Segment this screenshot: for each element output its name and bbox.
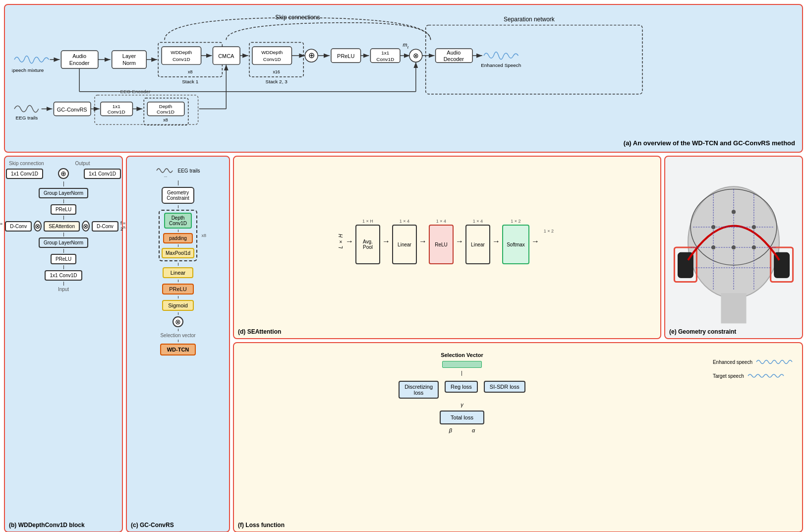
svg-text:Decoder: Decoder	[444, 56, 464, 62]
d-1xH: 1 × H	[362, 219, 373, 224]
skip-connection-label: Skip connection	[9, 161, 44, 166]
conv1x1-top-right: 1x1 Conv1D	[84, 169, 121, 179]
svg-text:CMCA: CMCA	[218, 53, 234, 59]
relu-d: ReLU	[429, 225, 454, 264]
panel-c: ... EEG trails GeometryConstraint DepthC…	[126, 156, 230, 532]
dconv-right: D-Conv	[92, 221, 118, 232]
gamma-label: γ	[461, 402, 463, 408]
selection-vector-f: Selection Vector	[441, 352, 483, 358]
svg-text:WDDepth: WDDepth	[261, 50, 283, 55]
panel-d-title: (d) SEAttention	[238, 328, 281, 335]
plus-circle-top: ⊕	[58, 168, 69, 179]
si-sdr-loss: SI-SDR loss	[484, 381, 525, 393]
prelu-c: PReLU	[162, 284, 193, 295]
d-1x2-1: 1 × 2	[511, 219, 520, 224]
svg-text:1x1: 1x1	[113, 104, 120, 109]
svg-text:Skip connections: Skip connections	[275, 14, 320, 21]
panel-a: Skip connections Separation network Spee…	[4, 4, 803, 153]
target-speech-f: Target speech	[713, 373, 744, 379]
wdtcn-c: WD-TCN	[160, 344, 196, 355]
d-1x4-3: 1 × 4	[473, 219, 483, 224]
maxpool1d-c: MaxPool1d	[162, 248, 194, 258]
panel-a-title: (a) An overview of the WD-TCN and GC-Con…	[624, 139, 795, 147]
panel-f: Selection Vector Discretizingloss	[233, 342, 803, 532]
alpha-label: α	[472, 427, 475, 433]
multiply-right: ⊗	[82, 221, 90, 232]
svg-text:1x1: 1x1	[381, 50, 389, 56]
svg-text:WDDepth: WDDepth	[171, 50, 192, 55]
eeg-trails-c: EEG trails	[177, 168, 200, 174]
panel-e-title: (e) Geometry constraint	[669, 328, 736, 335]
linear-c: Linear	[163, 267, 194, 278]
group-layernorm-top: Group LayerNorm	[39, 188, 88, 198]
svg-text:⊗: ⊗	[413, 52, 419, 59]
svg-text:Enhanced Speech: Enhanced Speech	[481, 62, 521, 68]
svg-text:Conv1D: Conv1D	[263, 57, 281, 62]
prelu-bottom: PReLU	[51, 254, 76, 264]
selection-vector-c: Selection vector	[160, 333, 195, 338]
svg-text:Audio: Audio	[447, 50, 461, 56]
svg-text:Norm: Norm	[122, 60, 136, 66]
svg-text:Audio: Audio	[72, 53, 86, 59]
svg-text:x8: x8	[163, 118, 168, 122]
svg-point-86	[711, 225, 715, 229]
panel-e: (e) Geometry constraint	[664, 156, 803, 339]
multiply-left: ⊗	[34, 221, 42, 232]
svg-text:GC-ConvRS: GC-ConvRS	[57, 107, 87, 113]
enhanced-speech-f: Enhanced speech	[713, 359, 752, 365]
linear-d-1: Linear	[392, 225, 417, 264]
beta-label: β	[449, 427, 452, 433]
svg-text:Depth: Depth	[159, 104, 172, 109]
panel-f-title: (f) Loss function	[238, 522, 285, 529]
conv1x1-top-left: 1x1 Conv1D	[6, 169, 43, 179]
svg-text:Conv1D: Conv1D	[108, 109, 125, 115]
svg-text:Encoder: Encoder	[69, 60, 90, 66]
d-1x4-1: 1 × 4	[400, 219, 409, 224]
svg-text:Layer: Layer	[122, 53, 136, 59]
svg-text:⊕: ⊕	[308, 51, 315, 59]
lxh-label: L × H	[338, 234, 344, 248]
linear-d-2: Linear	[465, 225, 490, 264]
svg-text:Conv1D: Conv1D	[157, 109, 174, 115]
svg-text:Conv1D: Conv1D	[376, 57, 394, 62]
reg-loss: Reg loss	[445, 381, 478, 393]
svg-point-89	[711, 245, 715, 249]
conv1x1-bottom: 1x1 Conv1D	[45, 270, 82, 281]
multiply-c: ⊗	[173, 316, 183, 327]
panel-d: L × H → 1 × H Avg.Pool → 1 × 4 Linear	[233, 156, 661, 339]
svg-text:...: ...	[164, 174, 168, 177]
svg-text:m: m	[403, 42, 407, 48]
svg-rect-74	[721, 293, 746, 323]
total-loss: Total loss	[440, 411, 484, 424]
input-label: Input	[58, 287, 69, 292]
svg-text:x8: x8	[188, 69, 192, 74]
svg-point-87	[732, 210, 736, 214]
svg-text:PReLU: PReLU	[337, 53, 354, 59]
geometry-constraint-box: GeometryConstraint	[162, 187, 194, 204]
panel-b-title: (b) WDDepthConv1D block	[9, 522, 85, 529]
avg-pool-box: Avg.Pool	[355, 225, 380, 264]
svg-text:Separation network: Separation network	[504, 16, 555, 23]
sigmoid-c: Sigmoid	[162, 300, 194, 311]
svg-text:t: t	[407, 45, 409, 50]
svg-point-88	[752, 225, 756, 229]
svg-text:Conv1D: Conv1D	[173, 57, 190, 62]
discretizing-loss: Discretizingloss	[399, 381, 439, 399]
svg-text:Stack 2, 3: Stack 2, 3	[266, 79, 288, 84]
svg-text:Speech mixture: Speech mixture	[12, 67, 44, 73]
softmax-d: Softmax	[502, 225, 529, 264]
group-layernorm-bottom: Group LayerNorm	[39, 237, 88, 248]
d-1x4-2: 1 × 4	[436, 219, 446, 224]
output-label: Output	[75, 161, 90, 166]
seattention: SEAttention	[44, 221, 80, 232]
d-1x2-2: 1 × 2	[544, 229, 554, 234]
panel-c-title: (c) GC-ConvRS	[131, 522, 174, 529]
padding-c: padding	[163, 233, 193, 243]
svg-point-91	[752, 245, 756, 249]
svg-text:x16: x16	[273, 69, 280, 74]
svg-text:EEG Encoder: EEG Encoder	[120, 89, 151, 94]
svg-text:EEG trails: EEG trails	[15, 115, 38, 120]
dconv-left: D-Conv	[5, 221, 32, 232]
svg-text:Stack 1: Stack 1	[182, 79, 199, 84]
depth-conv1d-c: DepthConv1D	[164, 213, 192, 229]
